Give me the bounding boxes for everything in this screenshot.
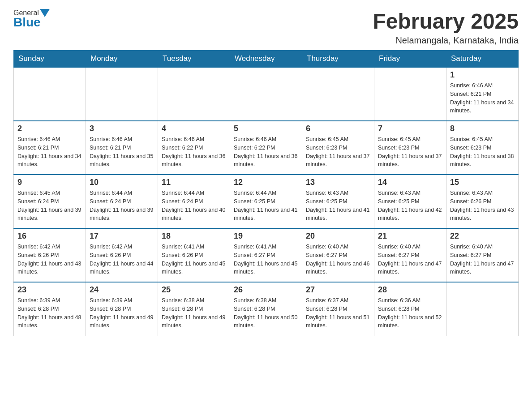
week-row-2: 2Sunrise: 6:46 AMSunset: 6:21 PMDaylight… xyxy=(14,121,519,175)
day-info: Sunrise: 6:36 AMSunset: 6:28 PMDaylight:… xyxy=(378,296,442,330)
day-info: Sunrise: 6:43 AMSunset: 6:26 PMDaylight:… xyxy=(450,189,515,223)
calendar-table: SundayMondayTuesdayWednesdayThursdayFrid… xyxy=(13,50,519,336)
calendar-cell: 20Sunrise: 6:40 AMSunset: 6:27 PMDayligh… xyxy=(302,228,374,282)
weekday-header-row: SundayMondayTuesdayWednesdayThursdayFrid… xyxy=(14,51,519,68)
day-info: Sunrise: 6:41 AMSunset: 6:27 PMDaylight:… xyxy=(234,243,298,276)
calendar-cell: 23Sunrise: 6:39 AMSunset: 6:28 PMDayligh… xyxy=(14,282,86,336)
day-number: 10 xyxy=(90,178,154,187)
day-info: Sunrise: 6:45 AMSunset: 6:24 PMDaylight:… xyxy=(17,189,82,223)
day-number: 12 xyxy=(234,178,298,187)
weekday-header-saturday: Saturday xyxy=(446,51,519,68)
day-number: 19 xyxy=(234,231,298,241)
calendar-cell xyxy=(446,282,519,336)
day-info: Sunrise: 6:45 AMSunset: 6:23 PMDaylight:… xyxy=(306,135,370,169)
logo-blue-text: Blue xyxy=(13,15,41,30)
day-number: 17 xyxy=(90,231,154,241)
day-info: Sunrise: 6:38 AMSunset: 6:28 PMDaylight:… xyxy=(234,296,298,330)
page-header: General Blue February 2025 Nelamangala, … xyxy=(13,9,519,46)
day-number: 13 xyxy=(306,178,370,187)
day-info: Sunrise: 6:42 AMSunset: 6:26 PMDaylight:… xyxy=(17,243,82,276)
day-number: 21 xyxy=(378,231,442,241)
day-number: 27 xyxy=(306,285,370,295)
day-info: Sunrise: 6:46 AMSunset: 6:22 PMDaylight:… xyxy=(162,135,226,169)
day-info: Sunrise: 6:45 AMSunset: 6:23 PMDaylight:… xyxy=(378,135,442,169)
calendar-cell: 12Sunrise: 6:44 AMSunset: 6:25 PMDayligh… xyxy=(230,175,302,228)
calendar-cell xyxy=(158,67,230,121)
day-number: 4 xyxy=(162,124,226,133)
calendar-cell xyxy=(86,67,158,121)
logo-arrow-icon xyxy=(40,9,50,17)
month-title: February 2025 xyxy=(373,9,519,34)
day-number: 9 xyxy=(17,178,82,187)
weekday-header-wednesday: Wednesday xyxy=(230,51,302,68)
day-number: 23 xyxy=(17,285,82,295)
weekday-header-monday: Monday xyxy=(86,51,158,68)
location-text: Nelamangala, Karnataka, India xyxy=(373,35,519,46)
day-info: Sunrise: 6:43 AMSunset: 6:25 PMDaylight:… xyxy=(378,189,442,223)
day-number: 25 xyxy=(162,285,226,295)
day-number: 18 xyxy=(162,231,226,241)
day-number: 28 xyxy=(378,285,442,295)
calendar-cell: 22Sunrise: 6:40 AMSunset: 6:27 PMDayligh… xyxy=(446,228,519,282)
day-info: Sunrise: 6:40 AMSunset: 6:27 PMDaylight:… xyxy=(450,243,515,276)
calendar-cell: 10Sunrise: 6:44 AMSunset: 6:24 PMDayligh… xyxy=(86,175,158,228)
week-row-4: 16Sunrise: 6:42 AMSunset: 6:26 PMDayligh… xyxy=(14,228,519,282)
day-info: Sunrise: 6:46 AMSunset: 6:21 PMDaylight:… xyxy=(450,81,515,115)
calendar-cell: 6Sunrise: 6:45 AMSunset: 6:23 PMDaylight… xyxy=(302,121,374,175)
day-info: Sunrise: 6:42 AMSunset: 6:26 PMDaylight:… xyxy=(90,243,154,276)
svg-marker-0 xyxy=(40,9,50,17)
calendar-cell: 24Sunrise: 6:39 AMSunset: 6:28 PMDayligh… xyxy=(86,282,158,336)
day-number: 11 xyxy=(162,178,226,187)
calendar-cell: 27Sunrise: 6:37 AMSunset: 6:28 PMDayligh… xyxy=(302,282,374,336)
calendar-cell: 3Sunrise: 6:46 AMSunset: 6:21 PMDaylight… xyxy=(86,121,158,175)
day-info: Sunrise: 6:44 AMSunset: 6:24 PMDaylight:… xyxy=(90,189,154,223)
day-info: Sunrise: 6:46 AMSunset: 6:22 PMDaylight:… xyxy=(234,135,298,169)
day-number: 5 xyxy=(234,124,298,133)
day-info: Sunrise: 6:39 AMSunset: 6:28 PMDaylight:… xyxy=(17,296,82,330)
calendar-cell: 18Sunrise: 6:41 AMSunset: 6:26 PMDayligh… xyxy=(158,228,230,282)
week-row-5: 23Sunrise: 6:39 AMSunset: 6:28 PMDayligh… xyxy=(14,282,519,336)
weekday-header-thursday: Thursday xyxy=(302,51,374,68)
day-number: 22 xyxy=(450,231,515,241)
day-info: Sunrise: 6:44 AMSunset: 6:24 PMDaylight:… xyxy=(162,189,226,223)
calendar-cell xyxy=(230,67,302,121)
calendar-cell xyxy=(374,67,446,121)
day-number: 2 xyxy=(17,124,82,133)
calendar-cell: 2Sunrise: 6:46 AMSunset: 6:21 PMDaylight… xyxy=(14,121,86,175)
calendar-cell: 26Sunrise: 6:38 AMSunset: 6:28 PMDayligh… xyxy=(230,282,302,336)
calendar-cell: 8Sunrise: 6:45 AMSunset: 6:23 PMDaylight… xyxy=(446,121,519,175)
day-number: 20 xyxy=(306,231,370,241)
day-number: 16 xyxy=(17,231,82,241)
day-info: Sunrise: 6:43 AMSunset: 6:25 PMDaylight:… xyxy=(306,189,370,223)
day-info: Sunrise: 6:39 AMSunset: 6:28 PMDaylight:… xyxy=(90,296,154,330)
day-info: Sunrise: 6:38 AMSunset: 6:28 PMDaylight:… xyxy=(162,296,226,330)
day-info: Sunrise: 6:37 AMSunset: 6:28 PMDaylight:… xyxy=(306,296,370,330)
calendar-cell: 15Sunrise: 6:43 AMSunset: 6:26 PMDayligh… xyxy=(446,175,519,228)
day-info: Sunrise: 6:46 AMSunset: 6:21 PMDaylight:… xyxy=(90,135,154,169)
week-row-3: 9Sunrise: 6:45 AMSunset: 6:24 PMDaylight… xyxy=(14,175,519,228)
calendar-cell: 13Sunrise: 6:43 AMSunset: 6:25 PMDayligh… xyxy=(302,175,374,228)
calendar-cell: 5Sunrise: 6:46 AMSunset: 6:22 PMDaylight… xyxy=(230,121,302,175)
calendar-cell: 1Sunrise: 6:46 AMSunset: 6:21 PMDaylight… xyxy=(446,67,519,121)
day-info: Sunrise: 6:45 AMSunset: 6:23 PMDaylight:… xyxy=(450,135,515,169)
day-number: 14 xyxy=(378,178,442,187)
calendar-cell: 7Sunrise: 6:45 AMSunset: 6:23 PMDaylight… xyxy=(374,121,446,175)
calendar-cell: 21Sunrise: 6:40 AMSunset: 6:27 PMDayligh… xyxy=(374,228,446,282)
calendar-cell xyxy=(302,67,374,121)
calendar-cell: 28Sunrise: 6:36 AMSunset: 6:28 PMDayligh… xyxy=(374,282,446,336)
day-number: 1 xyxy=(450,70,515,80)
weekday-header-sunday: Sunday xyxy=(14,51,86,68)
title-section: February 2025 Nelamangala, Karnataka, In… xyxy=(373,9,519,46)
day-number: 15 xyxy=(450,178,515,187)
logo: General Blue xyxy=(13,9,50,30)
day-number: 7 xyxy=(378,124,442,133)
calendar-cell: 17Sunrise: 6:42 AMSunset: 6:26 PMDayligh… xyxy=(86,228,158,282)
day-info: Sunrise: 6:40 AMSunset: 6:27 PMDaylight:… xyxy=(378,243,442,276)
day-info: Sunrise: 6:41 AMSunset: 6:26 PMDaylight:… xyxy=(162,243,226,276)
week-row-1: 1Sunrise: 6:46 AMSunset: 6:21 PMDaylight… xyxy=(14,67,519,121)
calendar-cell: 14Sunrise: 6:43 AMSunset: 6:25 PMDayligh… xyxy=(374,175,446,228)
calendar-cell: 4Sunrise: 6:46 AMSunset: 6:22 PMDaylight… xyxy=(158,121,230,175)
calendar-cell: 9Sunrise: 6:45 AMSunset: 6:24 PMDaylight… xyxy=(14,175,86,228)
weekday-header-tuesday: Tuesday xyxy=(158,51,230,68)
day-info: Sunrise: 6:46 AMSunset: 6:21 PMDaylight:… xyxy=(17,135,82,169)
